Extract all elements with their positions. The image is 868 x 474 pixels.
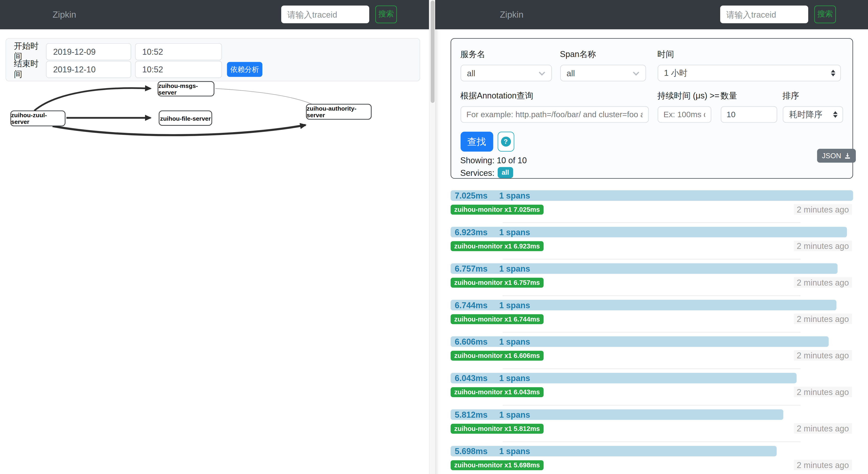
- dependency-edges: [0, 0, 429, 166]
- json-download-button[interactable]: JSON: [817, 149, 856, 163]
- services-badge: all: [498, 167, 513, 178]
- service-span-badge[interactable]: zuihou-monitor x1 5.698ms: [450, 460, 544, 470]
- trace-timestamp: 2 minutes ago: [794, 460, 852, 470]
- sort-select[interactable]: 耗时降序: [782, 106, 843, 123]
- trace-row: 6.757ms1 spanszuihou-monitor x1 6.757ms2…: [450, 263, 852, 296]
- chevron-down-icon: [538, 69, 545, 75]
- row-divider: [503, 405, 801, 405]
- service-span-badge[interactable]: zuihou-monitor x1 6.923ms: [450, 241, 544, 251]
- trace-result-list: 7.025ms1 spanszuihou-monitor x1 7.025ms2…: [450, 190, 852, 474]
- graph-node-zuihou-zuul-server[interactable]: zuihou-zuul-server: [10, 111, 65, 126]
- trace-duration-bar[interactable]: 5.812ms1 spans: [450, 409, 783, 420]
- service-span-badge[interactable]: zuihou-monitor x1 6.606ms: [450, 350, 544, 360]
- span-name-value: all: [567, 68, 575, 78]
- help-icon: ?: [501, 137, 510, 146]
- trace-duration: 5.698ms: [455, 446, 488, 456]
- trace-timestamp: 2 minutes ago: [794, 241, 852, 251]
- trace-duration-bar[interactable]: 6.923ms1 spans: [450, 227, 847, 237]
- trace-duration-bar[interactable]: 6.043ms1 spans: [450, 373, 797, 383]
- service-span-badge[interactable]: zuihou-monitor x1 6.757ms: [450, 277, 544, 287]
- row-divider: [503, 259, 801, 260]
- row-divider: [503, 441, 801, 442]
- service-span-badge[interactable]: zuihou-monitor x1 6.744ms: [450, 314, 544, 324]
- edge-msgs-to-authority: [215, 89, 312, 104]
- help-button[interactable]: ?: [497, 132, 514, 151]
- edge-zuul-to-authority: [53, 125, 306, 135]
- left-window-scrollbar[interactable]: [429, 0, 435, 474]
- trace-duration-bar[interactable]: 6.744ms1 spans: [450, 300, 837, 310]
- trace-meta-row: zuihou-monitor x1 6.744ms2 minutes ago: [450, 314, 852, 324]
- trace-duration: 5.812ms: [455, 410, 488, 419]
- trace-span-count: 1 spans: [499, 264, 530, 273]
- download-icon: [844, 153, 850, 159]
- service-span-badge[interactable]: zuihou-monitor x1 6.043ms: [450, 387, 544, 397]
- trace-row: 6.043ms1 spanszuihou-monitor x1 6.043ms2…: [450, 373, 852, 406]
- select-spinner-icon: [833, 111, 837, 118]
- trace-span-count: 1 spans: [499, 337, 530, 346]
- trace-span-count: 1 spans: [499, 373, 530, 383]
- trace-meta-row: zuihou-monitor x1 7.025ms2 minutes ago: [450, 204, 852, 214]
- trace-span-count: 1 spans: [499, 410, 530, 419]
- min-duration-label: 持续时间 (μs) >=: [657, 91, 711, 101]
- trace-search-window: Zipkin 搜索 服务名 all Span名称: [435, 0, 868, 474]
- json-button-label: JSON: [822, 151, 841, 160]
- trace-meta-row: zuihou-monitor x1 5.698ms2 minutes ago: [450, 460, 852, 470]
- scrollbar-thumb[interactable]: [431, 0, 435, 103]
- traceid-search-input[interactable]: [720, 5, 808, 23]
- trace-span-count: 1 spans: [499, 191, 530, 200]
- row-divider: [503, 368, 801, 369]
- annotation-query-input[interactable]: [460, 106, 649, 123]
- chevron-down-icon: [633, 69, 639, 75]
- trace-row: 6.606ms1 spanszuihou-monitor x1 6.606ms2…: [450, 336, 852, 369]
- trace-span-count: 1 spans: [499, 227, 530, 237]
- lookback-select[interactable]: 1 小时: [657, 65, 841, 81]
- trace-duration: 7.025ms: [455, 191, 488, 200]
- trace-timestamp: 2 minutes ago: [794, 387, 852, 397]
- trace-meta-row: zuihou-monitor x1 5.812ms2 minutes ago: [450, 423, 852, 434]
- search-button[interactable]: 搜索: [814, 5, 836, 23]
- dependency-window: Zipkin 搜索 开始时间 结束时间 依赖分析: [0, 0, 429, 474]
- trace-row: 6.923ms1 spanszuihou-monitor x1 6.923ms2…: [450, 227, 852, 260]
- trace-timestamp: 2 minutes ago: [794, 204, 852, 214]
- service-name-select[interactable]: all: [460, 65, 552, 81]
- trace-duration-bar[interactable]: 6.606ms1 spans: [450, 336, 829, 347]
- trace-timestamp: 2 minutes ago: [794, 350, 852, 361]
- right-navbar: Zipkin 搜索: [435, 0, 868, 29]
- service-span-badge[interactable]: zuihou-monitor x1 5.812ms: [450, 424, 544, 433]
- trace-timestamp: 2 minutes ago: [794, 423, 852, 434]
- graph-node-zuihou-authority-server[interactable]: zuihou-authority-server: [306, 104, 371, 120]
- trace-duration-bar[interactable]: 5.698ms1 spans: [450, 446, 777, 456]
- showing-count: Showing: 10 of 10: [460, 156, 843, 165]
- trace-duration: 6.606ms: [455, 337, 488, 346]
- service-name-value: all: [467, 68, 475, 78]
- graph-node-zuihou-file-server[interactable]: zuihou-file-server: [159, 111, 212, 126]
- annotation-query-label: 根据Annotation查询: [460, 91, 649, 101]
- trace-duration: 6.757ms: [455, 264, 488, 273]
- limit-label: 数量: [720, 91, 777, 101]
- trace-meta-row: zuihou-monitor x1 6.757ms2 minutes ago: [450, 277, 852, 287]
- sort-value: 耗时降序: [789, 109, 823, 120]
- trace-duration-bar[interactable]: 7.025ms1 spans: [450, 190, 852, 201]
- screen: Zipkin 搜索 开始时间 结束时间 依赖分析: [0, 0, 868, 474]
- service-name-label: 服务名: [460, 49, 552, 60]
- min-duration-input[interactable]: [657, 106, 711, 123]
- dependency-graph: zuihou-zuul-serverzuihou-msgs-serverzuih…: [0, 0, 429, 255]
- trace-row: 6.744ms1 spanszuihou-monitor x1 6.744ms2…: [450, 300, 852, 333]
- trace-span-count: 1 spans: [499, 446, 530, 456]
- trace-duration: 6.744ms: [455, 300, 488, 310]
- trace-meta-row: zuihou-monitor x1 6.043ms2 minutes ago: [450, 387, 852, 397]
- sort-label: 排序: [782, 91, 843, 101]
- trace-meta-row: zuihou-monitor x1 6.606ms2 minutes ago: [450, 350, 852, 361]
- span-name-select[interactable]: all: [560, 65, 646, 81]
- trace-row: 5.812ms1 spanszuihou-monitor x1 5.812ms2…: [450, 409, 852, 442]
- trace-row: 5.698ms1 spanszuihou-monitor x1 5.698ms2…: [450, 446, 852, 474]
- row-divider: [503, 222, 801, 223]
- graph-node-zuihou-msgs-server[interactable]: zuihou-msgs-server: [158, 81, 214, 96]
- select-spinner-icon: [831, 70, 835, 76]
- services-label: Services:: [460, 168, 495, 177]
- trace-duration-bar[interactable]: 6.757ms1 spans: [450, 263, 837, 274]
- limit-input[interactable]: [720, 106, 777, 123]
- service-span-badge[interactable]: zuihou-monitor x1 7.025ms: [450, 204, 544, 214]
- filter-panel: 服务名 all Span名称 all 时间: [450, 38, 852, 179]
- find-button[interactable]: 查找: [460, 132, 493, 151]
